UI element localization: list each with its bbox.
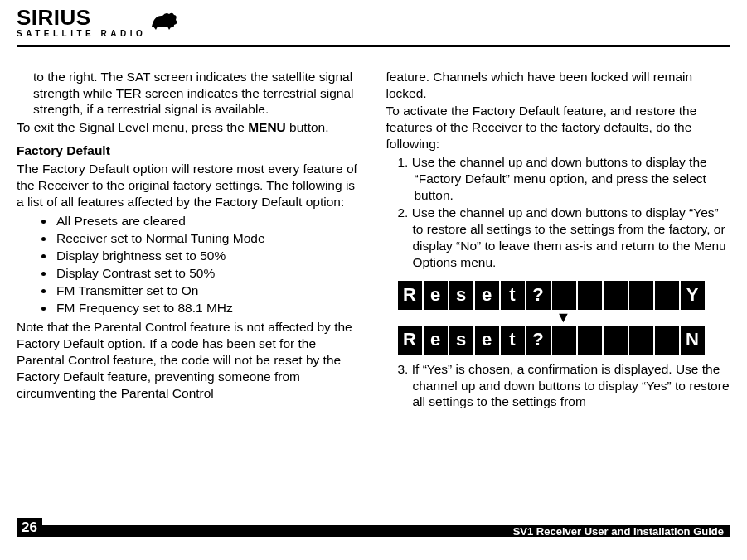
content-columns: to the right. The SAT screen indicates t… xyxy=(17,69,730,412)
left-p2: To exit the Signal Level menu, press the… xyxy=(17,119,361,136)
feature-bullets: All Presets are cleared Receiver set to … xyxy=(17,213,361,316)
lcd-cell xyxy=(578,281,602,310)
lcd-cell: e xyxy=(475,326,499,355)
lcd-cell xyxy=(629,326,653,355)
right-p2: To activate the Factory Default feature,… xyxy=(386,103,731,152)
lcd-row-2: R e s e t ? N xyxy=(398,326,731,355)
lcd-cell: N xyxy=(681,326,705,355)
page-number: 26 xyxy=(17,518,42,537)
lcd-cell: ? xyxy=(526,326,551,355)
lcd-cell xyxy=(552,281,576,310)
left-p4: Note that the Parental Control feature i… xyxy=(17,319,361,401)
left-p2c: button. xyxy=(286,120,329,134)
list-item: Display brightness set to 50% xyxy=(55,248,361,264)
brand-tagline: SATELLITE RADIO xyxy=(17,29,146,40)
lcd-cell xyxy=(604,281,628,310)
lcd-cell: e xyxy=(424,281,448,310)
list-item: FM Frequency set to 88.1 MHz xyxy=(55,300,361,316)
lcd-cell: s xyxy=(449,281,473,310)
left-p2-menu: MENU xyxy=(248,120,286,134)
lcd-cell xyxy=(655,326,679,355)
lcd-cell xyxy=(552,326,576,355)
left-p1: to the right. The SAT screen indicates t… xyxy=(17,69,361,118)
lcd-cell: R xyxy=(398,281,422,310)
footer-bar: 26 SV1 Receiver User and Installation Gu… xyxy=(17,525,730,537)
lcd-cell xyxy=(655,281,679,310)
header: SIRIUS SATELLITE RADIO xyxy=(17,7,730,43)
lcd-row-1: R e s e t ? Y xyxy=(398,281,731,310)
factory-default-heading: Factory Default xyxy=(17,142,361,159)
list-item: Receiver set to Normal Tuning Mode xyxy=(55,230,361,247)
header-rule xyxy=(17,45,730,47)
lcd-cell: Y xyxy=(681,281,705,310)
footer-title: SV1 Receiver User and Installation Guide xyxy=(513,526,725,539)
brand-name: SIRIUS xyxy=(17,7,146,28)
lcd-cell: R xyxy=(398,326,422,355)
step-3: 3. If “Yes” is chosen, a confirmation is… xyxy=(386,361,731,410)
page: SIRIUS SATELLITE RADIO to the right. The… xyxy=(0,0,747,560)
right-column: feature. Channels which have been locked… xyxy=(386,69,731,412)
lcd-cell xyxy=(578,326,602,355)
lcd-cell: e xyxy=(475,281,499,310)
right-p1: feature. Channels which have been locked… xyxy=(386,69,731,102)
step-1: 1. Use the channel up and down buttons t… xyxy=(386,154,731,203)
lcd-display: R e s e t ? Y ▼ R e s xyxy=(398,281,731,355)
left-p2a: To exit the Signal Level menu, press the xyxy=(17,120,248,134)
lcd-cell: e xyxy=(424,326,448,355)
brand-block: SIRIUS SATELLITE RADIO xyxy=(17,7,146,40)
lcd-cell: s xyxy=(449,326,473,355)
list-item: All Presets are cleared xyxy=(55,213,361,229)
list-item: FM Transmitter set to On xyxy=(55,282,361,299)
dog-icon xyxy=(149,10,182,31)
down-arrow-icon: ▼ xyxy=(555,312,572,322)
lcd-cell: ? xyxy=(526,281,551,310)
lcd-cell: t xyxy=(501,326,525,355)
lcd-cell: t xyxy=(501,281,525,310)
step-2: 2. Use the channel up and down buttons t… xyxy=(386,205,731,270)
lcd-cell xyxy=(629,281,653,310)
left-p3: The Factory Default option will restore … xyxy=(17,161,361,210)
lcd-cell xyxy=(604,326,628,355)
left-column: to the right. The SAT screen indicates t… xyxy=(17,69,361,412)
list-item: Display Contrast set to 50% xyxy=(55,265,361,282)
